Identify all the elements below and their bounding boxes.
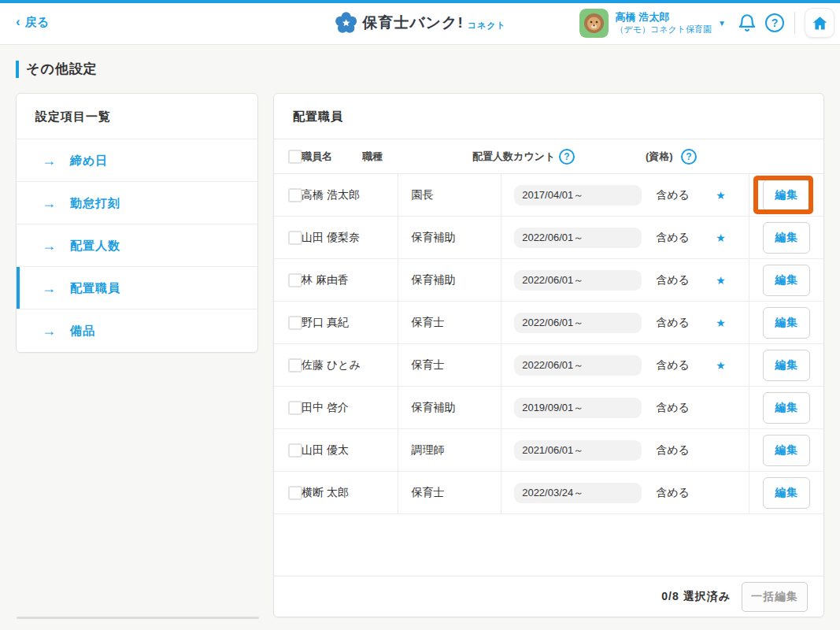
row-checkbox[interactable] — [288, 486, 302, 500]
column-header-name: 職員名 — [302, 150, 332, 164]
row-checkbox[interactable] — [288, 358, 302, 372]
column-header-count: 配置人数カウント — [472, 150, 555, 164]
panel-footer: 0/8 選択済み 一括編集 — [274, 576, 823, 617]
edit-button[interactable]: 編集 — [763, 350, 810, 381]
sidebar-item-time-clock[interactable]: → 勤怠打刻 — [17, 182, 257, 224]
top-accent-strip — [0, 0, 840, 3]
select-all-checkbox[interactable] — [288, 150, 302, 164]
table-row: 横断 太郎 保育士 2022/03/24～含める 編集 — [274, 472, 823, 514]
arrow-right-icon: → — [42, 323, 56, 339]
user-org: （デモ）コネクト保育園 — [616, 24, 712, 35]
row-checkbox[interactable] — [288, 443, 302, 458]
table-row: 山田 優太 調理師 2021/06/01～含める 編集 — [274, 429, 823, 472]
logo-suffix: コネクト — [468, 16, 506, 35]
column-header-qualification: (資格) — [646, 150, 673, 164]
settings-sidebar: 設定項目一覧 → 締め日 → 勤怠打刻 → 配置人数 → 配置職員 → 備品 — [16, 93, 258, 353]
page-title: その他設定 — [16, 60, 98, 78]
user-name-block[interactable]: 高橋 浩太郎 （デモ）コネクト保育園 — [616, 10, 712, 35]
home-icon — [812, 15, 828, 32]
qualification-star-icon: ★ — [716, 189, 726, 202]
table-row: 野口 真紀 保育士 2022/06/01～含める★ 編集 — [274, 302, 823, 344]
back-label: 戻る — [25, 15, 49, 28]
qualification-star-icon: ★ — [716, 359, 726, 372]
app-logo: 保育士バンク! コネクト — [334, 11, 506, 35]
table-row: 林 麻由香 保育補助 2022/06/01～含める★ 編集 — [274, 259, 823, 302]
arrow-right-icon: → — [42, 237, 56, 254]
sidebar-title: 設定項目一覧 — [17, 94, 257, 139]
back-chevron-icon: ‹ — [16, 14, 20, 29]
bulk-edit-button[interactable]: 一括編集 — [742, 582, 808, 612]
row-checkbox[interactable] — [288, 231, 302, 245]
sidebar-item-equipment[interactable]: → 備品 — [17, 309, 257, 352]
selection-count: 0/8 選択済み — [661, 590, 731, 604]
user-name: 高橋 浩太郎 — [616, 10, 712, 24]
count-start-date: 2022/06/01～ — [514, 228, 642, 248]
user-avatar[interactable] — [579, 9, 609, 38]
edit-button[interactable]: 編集 — [763, 435, 810, 466]
title-accent-bar — [16, 61, 19, 78]
sakura-flower-icon — [334, 11, 357, 35]
notification-bell-icon[interactable] — [737, 13, 757, 33]
table-row: 田中 啓介 保育補助 2019/09/01～含める 編集 — [274, 387, 823, 429]
top-header: ‹戻る 保育士バンク! コネクト — [0, 0, 840, 45]
chevron-down-icon[interactable]: ▼ — [718, 19, 726, 28]
back-button[interactable]: ‹戻る — [16, 14, 49, 30]
row-checkbox[interactable] — [288, 188, 302, 202]
count-start-date: 2017/04/01～ — [514, 185, 642, 206]
help-icon[interactable]: ? — [681, 149, 697, 165]
sidebar-item-closing-date[interactable]: → 締め日 — [17, 139, 257, 182]
count-start-date: 2022/06/01～ — [514, 355, 642, 376]
panel-title: 配置職員 — [274, 94, 823, 139]
qualification-star-icon: ★ — [716, 317, 726, 329]
table-row: 山田 優梨奈 保育補助 2022/06/01～含める★ 編集 — [274, 217, 823, 259]
count-start-date: 2022/06/01～ — [514, 313, 642, 333]
edit-button[interactable]: 編集 — [763, 265, 810, 296]
home-button[interactable] — [805, 8, 834, 38]
count-start-date: 2021/06/01～ — [514, 440, 642, 461]
sidebar-item-staff-count[interactable]: → 配置人数 — [17, 224, 257, 267]
qualification-star-icon: ★ — [716, 232, 726, 244]
edit-button[interactable]: 編集 — [763, 222, 810, 254]
table-row: 高橋 浩太郎 園長 2017/04/01～含める★ 編集 — [274, 174, 823, 217]
edit-button[interactable]: 編集 — [763, 180, 810, 211]
logo-text: 保育士バンク! — [362, 11, 464, 35]
help-icon[interactable]: ? — [765, 13, 784, 32]
app-screen: ‹戻る 保育士バンク! コネクト — [0, 0, 840, 630]
sidebar-bottom-line — [17, 617, 259, 619]
row-checkbox[interactable] — [288, 273, 302, 287]
arrow-right-icon: → — [42, 195, 56, 211]
qualification-star-icon: ★ — [716, 274, 726, 287]
header-divider — [794, 12, 795, 34]
table-row: 佐藤 ひとみ 保育士 2022/06/01～含める★ 編集 — [274, 344, 823, 387]
count-start-date: 2022/06/01～ — [514, 270, 642, 291]
help-icon[interactable]: ? — [559, 149, 575, 165]
sidebar-item-assigned-staff[interactable]: → 配置職員 — [17, 267, 257, 309]
row-checkbox[interactable] — [288, 401, 302, 415]
assigned-staff-panel: 配置職員 職員名 職種 配置人数カウント ? (資格) ? 高橋 浩太郎 園長 … — [273, 93, 824, 617]
table-header: 職員名 職種 配置人数カウント ? (資格) ? — [274, 139, 823, 174]
row-checkbox[interactable] — [288, 316, 302, 330]
edit-button[interactable]: 編集 — [763, 392, 810, 424]
edit-button[interactable]: 編集 — [763, 477, 810, 509]
column-header-job: 職種 — [362, 150, 383, 164]
arrow-right-icon: → — [42, 280, 56, 296]
count-start-date: 2022/03/24～ — [514, 483, 642, 503]
arrow-right-icon: → — [42, 152, 56, 169]
count-start-date: 2019/09/01～ — [514, 398, 642, 418]
user-cluster: 高橋 浩太郎 （デモ）コネクト保育園 ▼ ? — [579, 7, 834, 39]
edit-button[interactable]: 編集 — [763, 307, 810, 339]
